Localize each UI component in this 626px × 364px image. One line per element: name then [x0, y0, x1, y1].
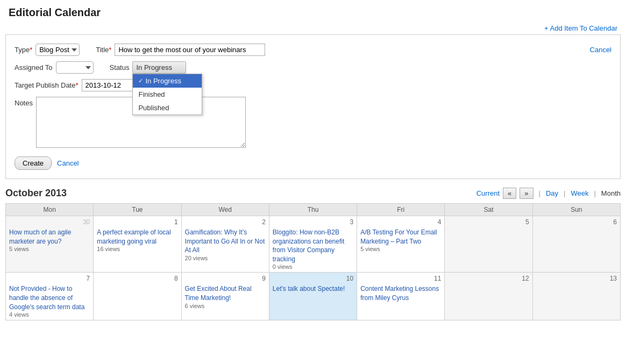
calendar-week-2: 7 Not Provided - How to handle the absen…: [6, 273, 621, 320]
nav-day-link[interactable]: Day: [546, 189, 558, 197]
status-dropdown-btn[interactable]: In Progress: [132, 61, 186, 74]
day-views: 6 views: [185, 303, 266, 309]
status-group: Status In Progress ✓ In Progress Finishe…: [110, 61, 187, 74]
event-link[interactable]: Bloggito: How non-B2B organizations can …: [273, 229, 344, 263]
cancel-top-link[interactable]: Cancel: [590, 46, 611, 54]
table-row: 10 Let's talk about Spectate!: [269, 273, 357, 320]
calendar-nav: Current « » | Day | Week | Month: [476, 188, 621, 199]
table-row: 9 Get Excited About Real Time Marketing!…: [181, 273, 269, 320]
status-option-label-3: Published: [138, 104, 169, 112]
assigned-status-row: Assigned To Status In Progress ✓ In Prog…: [15, 61, 611, 74]
day-number: 30: [9, 218, 90, 226]
table-row: 30 How much of an agile marketer are you…: [6, 216, 94, 273]
nav-next-button[interactable]: »: [520, 188, 533, 199]
nav-month-label: Month: [601, 189, 621, 197]
col-header-tue: Tue: [94, 204, 181, 216]
event-link[interactable]: A perfect example of local marketing goi…: [97, 229, 170, 245]
table-row: 11 Content Marketing Lessons from Miley …: [357, 273, 445, 320]
status-option-label-2: Finished: [138, 90, 165, 98]
notes-label: Notes: [15, 97, 33, 107]
event-link[interactable]: A/B Testing For Your Email Marketing – P…: [360, 229, 437, 245]
nav-week-link[interactable]: Week: [571, 189, 588, 197]
type-group: Type* Blog Post Article Video Podcast: [15, 44, 80, 56]
title-label: Title*: [96, 46, 111, 54]
day-number: 12: [448, 275, 529, 282]
notes-row: Notes: [15, 97, 611, 148]
day-views: 20 views: [185, 255, 266, 261]
day-number: 3: [273, 218, 353, 226]
col-header-sun: Sun: [532, 204, 620, 216]
day-number: 4: [360, 218, 441, 226]
day-number: 11: [360, 275, 441, 282]
day-views: 5 views: [9, 246, 90, 252]
form-container: Type* Blog Post Article Video Podcast Ti…: [5, 34, 621, 179]
status-option-finished[interactable]: Finished: [133, 88, 202, 101]
assigned-label: Assigned To: [15, 63, 53, 72]
publish-label: Target Publish Date*: [15, 81, 79, 89]
col-header-thu: Thu: [269, 204, 357, 216]
table-row: 13: [532, 273, 620, 320]
type-select[interactable]: Blog Post Article Video Podcast: [35, 44, 80, 56]
day-number: 1: [97, 218, 177, 226]
status-option-label-1: In Progress: [145, 77, 181, 85]
day-number: 7: [9, 275, 90, 282]
day-number: 6: [536, 218, 617, 226]
table-row: 8: [94, 273, 181, 320]
table-row: 12: [445, 273, 532, 320]
status-selected-value: In Progress: [136, 63, 172, 72]
nav-prev-button[interactable]: «: [503, 188, 516, 199]
col-header-fri: Fri: [357, 204, 445, 216]
status-option-published[interactable]: Published: [133, 101, 202, 115]
day-number: 2: [185, 218, 266, 226]
cancel-button-link[interactable]: Cancel: [57, 159, 79, 167]
publish-row: Target Publish Date*: [15, 79, 611, 91]
status-label: Status: [110, 63, 130, 72]
event-link[interactable]: Content Marketing Lessons from Miley Cyr…: [360, 285, 439, 302]
title-input[interactable]: [115, 44, 265, 56]
calendar-header-row: Mon Tue Wed Thu Fri Sat Sun: [6, 204, 621, 216]
calendar-section: October 2013 Current « » | Day | Week | …: [0, 188, 626, 320]
event-link[interactable]: Not Provided - How to handle the absence…: [9, 285, 84, 310]
event-link[interactable]: Get Excited About Real Time Marketing!: [185, 285, 252, 302]
table-row: 3 Bloggito: How non-B2B organizations ca…: [269, 216, 357, 273]
nav-separator-3: |: [594, 189, 595, 197]
status-dropdown-menu: ✓ In Progress Finished Published: [132, 74, 202, 115]
nav-separator-2: |: [564, 189, 565, 197]
event-link[interactable]: How much of an agile marketer are you?: [9, 229, 71, 245]
day-views: 4 views: [9, 311, 90, 318]
col-header-mon: Mon: [6, 204, 94, 216]
type-label: Type*: [15, 46, 32, 54]
calendar-week-1: 30 How much of an agile marketer are you…: [6, 216, 621, 273]
nav-current-link[interactable]: Current: [476, 189, 500, 197]
day-number: 8: [97, 275, 177, 282]
day-number: 10: [273, 275, 353, 282]
page-title: Editorial Calendar: [9, 6, 617, 19]
day-number: 13: [536, 275, 617, 282]
add-item-to-calendar-link[interactable]: + Add Item To Calendar: [544, 24, 617, 32]
status-option-in-progress[interactable]: ✓ In Progress: [133, 74, 202, 88]
table-row: 1 A perfect example of local marketing g…: [94, 216, 181, 273]
add-item-link-container: + Add Item To Calendar: [0, 22, 626, 34]
title-group: Title*: [96, 44, 573, 56]
col-header-wed: Wed: [181, 204, 269, 216]
day-number: 9: [185, 275, 266, 282]
day-views: 5 views: [360, 246, 441, 252]
event-link[interactable]: Let's talk about Spectate!: [273, 285, 345, 292]
form-actions: Create Cancel: [15, 156, 611, 170]
table-row: 6: [532, 216, 620, 273]
publish-date-input[interactable]: [82, 79, 136, 91]
event-link[interactable]: Gamification: Why It's Important to Go A…: [185, 229, 265, 254]
day-views: 16 views: [97, 246, 177, 252]
nav-separator-1: |: [539, 189, 540, 197]
table-row: 4 A/B Testing For Your Email Marketing –…: [357, 216, 445, 273]
day-views: 0 views: [273, 263, 353, 270]
table-row: 7 Not Provided - How to handle the absen…: [6, 273, 94, 320]
assigned-select[interactable]: [56, 61, 94, 74]
assigned-group: Assigned To: [15, 61, 94, 74]
day-number: 5: [448, 218, 529, 226]
calendar-month-title: October 2013: [5, 188, 476, 199]
create-button[interactable]: Create: [15, 156, 52, 170]
calendar-header: October 2013 Current « » | Day | Week | …: [5, 188, 621, 199]
col-header-sat: Sat: [445, 204, 532, 216]
page-header: Editorial Calendar: [0, 0, 626, 22]
